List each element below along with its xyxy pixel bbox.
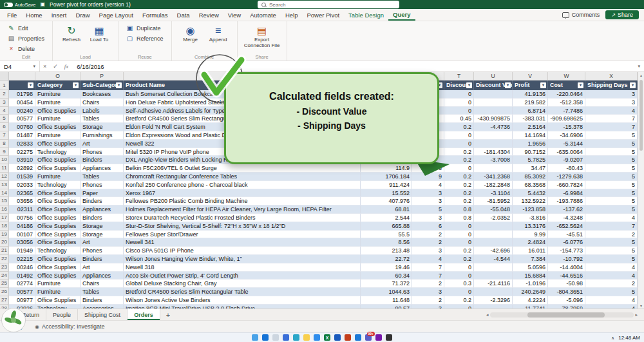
column-header-category[interactable]: Category▾ — [35, 81, 80, 90]
edge-icon[interactable] — [293, 334, 299, 341]
cell[interactable]: 5 — [585, 148, 638, 157]
cell[interactable]: Belkin F5C206VTEL 6 Outlet Surge — [124, 164, 361, 173]
cell[interactable]: 0.2 — [444, 296, 474, 305]
load-to-button[interactable]: ▦Load To — [86, 23, 112, 43]
cell[interactable]: 7 — [585, 123, 638, 131]
ribbon-tab-help[interactable]: Help — [281, 9, 303, 21]
cell[interactable]: Furniture — [35, 99, 80, 107]
scroll-down-icon[interactable]: ▾ — [638, 303, 644, 308]
cell[interactable]: 0 — [444, 272, 474, 280]
cell[interactable]: 5 — [585, 288, 638, 296]
start-icon[interactable] — [262, 334, 269, 341]
cell[interactable]: Wilson Jones Active Use Binders — [124, 296, 361, 305]
sheet-tab-people[interactable]: People — [46, 309, 78, 320]
cell[interactable]: -123.858 — [513, 205, 548, 214]
refresh-button[interactable]: ↻Refresh — [59, 23, 84, 43]
cell[interactable] — [474, 140, 513, 148]
cell[interactable] — [474, 288, 513, 296]
cell[interactable]: 01492 — [9, 272, 35, 280]
cell[interactable]: Tables — [80, 173, 124, 181]
cell[interactable] — [474, 263, 513, 272]
cell[interactable]: 0.8 — [444, 214, 474, 222]
scroll-up-icon[interactable]: ▴ — [638, 73, 644, 77]
cell[interactable]: 2.4824 — [513, 238, 548, 247]
cell[interactable]: Office Supplies — [35, 205, 80, 214]
cell[interactable]: 0.45 — [444, 115, 474, 123]
column-header-cost[interactable]: Cost▾ — [548, 81, 585, 90]
filter-button[interactable]: ▾ — [578, 82, 583, 88]
cell[interactable]: 02275 — [9, 148, 35, 157]
sheet-tab-shipping-cost[interactable]: Shipping Cost — [78, 309, 128, 320]
cell[interactable]: 1.9656 — [513, 140, 548, 148]
cell[interactable]: Office Supplies — [35, 197, 80, 205]
cell[interactable]: Office Supplies — [35, 263, 80, 272]
cell[interactable]: 19.46 — [361, 263, 412, 272]
reference-button[interactable]: ▢Reference — [124, 33, 166, 43]
cell[interactable]: 01798 — [9, 90, 35, 99]
cell[interactable]: 34.47 — [513, 164, 548, 173]
cell[interactable]: 1706.184 — [361, 173, 412, 181]
cell[interactable]: Binders — [80, 156, 124, 164]
cell[interactable]: -430.909875 — [474, 115, 513, 123]
cell[interactable]: 5.0596 — [513, 263, 548, 272]
cell[interactable]: Furniture — [35, 173, 80, 181]
cell[interactable]: 132.5922 — [513, 197, 548, 205]
cell[interactable]: Konftel 250 Conference phone - Charcoal … — [124, 181, 361, 189]
ribbon-tab-page-layout[interactable]: Page Layout — [95, 9, 138, 21]
cell[interactable]: Newell 318 — [124, 263, 361, 272]
cell[interactable]: Cisco SPA 501G IP Phone — [124, 247, 361, 255]
cell[interactable]: 219.582 — [513, 99, 548, 107]
store-icon[interactable] — [314, 334, 320, 341]
excel-icon[interactable]: X — [324, 334, 330, 341]
cell[interactable]: 114.9 — [361, 164, 412, 173]
new-sheet-button[interactable]: + — [160, 309, 176, 320]
cell[interactable]: -512.358 — [548, 99, 585, 107]
cell[interactable]: 2 — [585, 280, 638, 288]
cell[interactable]: -4.4736 — [474, 123, 513, 131]
name-box-dropdown-icon[interactable]: ▾ — [33, 64, 35, 69]
ribbon-tab-home[interactable]: Home — [21, 9, 46, 21]
cell[interactable]: -14.4004 — [548, 263, 585, 272]
cell[interactable]: 3 — [412, 247, 444, 255]
cell[interactable]: -5.096 — [548, 296, 585, 305]
cell[interactable]: 5 — [585, 189, 638, 198]
formula-bar-expand-icon[interactable]: ▾ — [638, 64, 644, 69]
row-number[interactable]: 3 — [0, 99, 9, 107]
cell[interactable]: 68.81 — [361, 205, 412, 214]
sheet-tab-orders[interactable]: Orders — [128, 309, 160, 320]
row-number[interactable]: 14 — [0, 189, 9, 198]
task-view-icon[interactable] — [283, 334, 289, 341]
scroll-right-icon[interactable]: ▸ — [635, 312, 638, 318]
cell[interactable]: 4 — [412, 255, 444, 263]
cell[interactable]: 2.5164 — [513, 123, 548, 131]
cell[interactable]: -80.43 — [548, 164, 585, 173]
row-number[interactable]: 15 — [0, 197, 9, 205]
cell[interactable]: 55.5 — [361, 231, 412, 239]
cell[interactable] — [474, 222, 513, 231]
file-explorer-icon[interactable] — [303, 334, 310, 341]
taskbar-clock[interactable]: 12:48 AM — [618, 335, 640, 341]
cell[interactable]: Office Supplies — [35, 255, 80, 263]
properties-button[interactable]: ▤Properties — [6, 33, 46, 43]
cell[interactable]: 90.7152 — [513, 148, 548, 157]
cell[interactable]: Fellowes PB200 Plastic Comb Binding Mach… — [124, 197, 361, 205]
cell[interactable]: 2 — [585, 231, 638, 239]
cell[interactable]: Technology — [35, 247, 80, 255]
filter-button[interactable]: ▾ — [466, 82, 472, 88]
cell[interactable]: Binders — [80, 255, 124, 263]
column-header-sub-category[interactable]: Sub-Category▾ — [80, 81, 124, 90]
cell[interactable]: Xerox 1967 — [124, 189, 361, 198]
cell[interactable]: Chromcraft Rectangular Conference Tables — [124, 173, 361, 181]
column-letter[interactable] — [9, 72, 35, 80]
cell[interactable]: Office Supplies — [35, 123, 80, 131]
cell[interactable]: -635.0064 — [548, 148, 585, 157]
cell[interactable]: Binders — [80, 214, 124, 222]
cell[interactable]: 3 — [412, 288, 444, 296]
row-number[interactable]: 26 — [0, 288, 9, 296]
delete-button[interactable]: ×Delete — [6, 44, 46, 53]
cell[interactable]: 5 — [412, 205, 444, 214]
accessibility-status[interactable]: ◉Accessibility: Investigate — [35, 323, 105, 330]
cell[interactable]: -21.4116 — [474, 280, 513, 288]
cell[interactable]: -7.7486 — [548, 107, 585, 115]
row-number[interactable]: 19 — [0, 231, 9, 239]
